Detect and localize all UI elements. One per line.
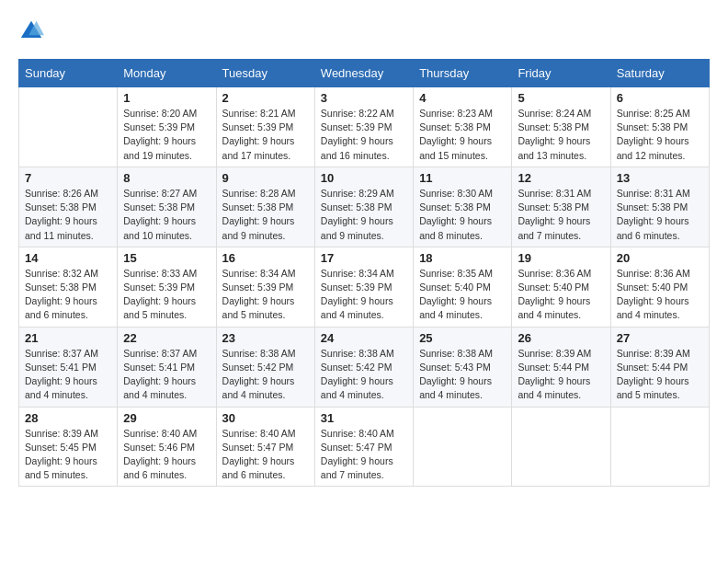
weekday-header-cell: Saturday	[610, 60, 709, 87]
day-number: 12	[518, 171, 604, 185]
calendar-day-cell: 14Sunrise: 8:32 AM Sunset: 5:38 PM Dayli…	[19, 247, 118, 327]
weekday-header-row: SundayMondayTuesdayWednesdayThursdayFrid…	[19, 60, 710, 87]
calendar-day-cell: 12Sunrise: 8:31 AM Sunset: 5:38 PM Dayli…	[512, 167, 610, 247]
calendar-day-cell: 3Sunrise: 8:22 AM Sunset: 5:39 PM Daylig…	[314, 87, 413, 167]
calendar-day-cell: 11Sunrise: 8:30 AM Sunset: 5:38 PM Dayli…	[414, 167, 512, 247]
day-info: Sunrise: 8:37 AM Sunset: 5:41 PM Dayligh…	[123, 347, 210, 403]
day-number: 4	[419, 91, 506, 105]
calendar-body: 1Sunrise: 8:20 AM Sunset: 5:39 PM Daylig…	[19, 87, 710, 487]
day-number: 11	[419, 171, 506, 185]
day-number: 27	[617, 331, 703, 345]
day-info: Sunrise: 8:39 AM Sunset: 5:44 PM Dayligh…	[617, 347, 703, 403]
calendar-week-row: 7Sunrise: 8:26 AM Sunset: 5:38 PM Daylig…	[19, 167, 710, 247]
day-info: Sunrise: 8:30 AM Sunset: 5:38 PM Dayligh…	[419, 187, 506, 243]
day-info: Sunrise: 8:31 AM Sunset: 5:38 PM Dayligh…	[617, 187, 703, 243]
day-number: 22	[123, 331, 210, 345]
calendar-day-cell: 20Sunrise: 8:36 AM Sunset: 5:40 PM Dayli…	[610, 247, 709, 327]
calendar-day-cell: 7Sunrise: 8:26 AM Sunset: 5:38 PM Daylig…	[19, 167, 118, 247]
day-number: 10	[321, 171, 407, 185]
calendar-day-cell: 28Sunrise: 8:39 AM Sunset: 5:45 PM Dayli…	[19, 407, 118, 487]
day-number: 17	[321, 251, 407, 265]
day-number: 16	[222, 251, 309, 265]
calendar-week-row: 14Sunrise: 8:32 AM Sunset: 5:38 PM Dayli…	[19, 247, 710, 327]
calendar-day-cell	[414, 407, 512, 487]
day-info: Sunrise: 8:25 AM Sunset: 5:38 PM Dayligh…	[617, 107, 703, 163]
day-info: Sunrise: 8:22 AM Sunset: 5:39 PM Dayligh…	[321, 107, 407, 163]
logo	[18, 18, 48, 44]
calendar-day-cell: 1Sunrise: 8:20 AM Sunset: 5:39 PM Daylig…	[118, 87, 216, 167]
day-info: Sunrise: 8:23 AM Sunset: 5:38 PM Dayligh…	[419, 107, 506, 163]
calendar-day-cell: 13Sunrise: 8:31 AM Sunset: 5:38 PM Dayli…	[610, 167, 709, 247]
day-info: Sunrise: 8:24 AM Sunset: 5:38 PM Dayligh…	[518, 107, 604, 163]
day-number: 25	[419, 331, 506, 345]
calendar-day-cell: 17Sunrise: 8:34 AM Sunset: 5:39 PM Dayli…	[314, 247, 413, 327]
day-info: Sunrise: 8:40 AM Sunset: 5:46 PM Dayligh…	[123, 427, 210, 483]
calendar-day-cell: 23Sunrise: 8:38 AM Sunset: 5:42 PM Dayli…	[216, 327, 314, 407]
calendar-day-cell: 25Sunrise: 8:38 AM Sunset: 5:43 PM Dayli…	[414, 327, 512, 407]
day-number: 24	[321, 331, 407, 345]
calendar-day-cell: 6Sunrise: 8:25 AM Sunset: 5:38 PM Daylig…	[610, 87, 709, 167]
weekday-header-cell: Tuesday	[216, 60, 314, 87]
day-info: Sunrise: 8:31 AM Sunset: 5:38 PM Dayligh…	[518, 187, 604, 243]
day-number: 9	[222, 171, 309, 185]
calendar-day-cell: 22Sunrise: 8:37 AM Sunset: 5:41 PM Dayli…	[118, 327, 216, 407]
calendar-day-cell: 30Sunrise: 8:40 AM Sunset: 5:47 PM Dayli…	[216, 407, 314, 487]
day-info: Sunrise: 8:39 AM Sunset: 5:45 PM Dayligh…	[25, 427, 111, 483]
calendar-day-cell: 2Sunrise: 8:21 AM Sunset: 5:39 PM Daylig…	[216, 87, 314, 167]
day-number: 20	[617, 251, 703, 265]
calendar-day-cell: 19Sunrise: 8:36 AM Sunset: 5:40 PM Dayli…	[512, 247, 610, 327]
day-number: 14	[25, 251, 111, 265]
day-info: Sunrise: 8:40 AM Sunset: 5:47 PM Dayligh…	[321, 427, 407, 483]
day-number: 31	[321, 411, 407, 425]
calendar-day-cell	[610, 407, 709, 487]
day-info: Sunrise: 8:35 AM Sunset: 5:40 PM Dayligh…	[419, 267, 506, 323]
calendar-day-cell: 31Sunrise: 8:40 AM Sunset: 5:47 PM Dayli…	[314, 407, 413, 487]
day-number: 5	[518, 91, 604, 105]
calendar-week-row: 21Sunrise: 8:37 AM Sunset: 5:41 PM Dayli…	[19, 327, 710, 407]
weekday-header-cell: Thursday	[414, 60, 512, 87]
day-info: Sunrise: 8:33 AM Sunset: 5:39 PM Dayligh…	[123, 267, 210, 323]
calendar-day-cell	[19, 87, 118, 167]
day-number: 29	[123, 411, 210, 425]
calendar-day-cell: 16Sunrise: 8:34 AM Sunset: 5:39 PM Dayli…	[216, 247, 314, 327]
day-info: Sunrise: 8:37 AM Sunset: 5:41 PM Dayligh…	[25, 347, 111, 403]
calendar-day-cell: 5Sunrise: 8:24 AM Sunset: 5:38 PM Daylig…	[512, 87, 610, 167]
day-number: 23	[222, 331, 309, 345]
day-number: 15	[123, 251, 210, 265]
calendar-day-cell: 8Sunrise: 8:27 AM Sunset: 5:38 PM Daylig…	[118, 167, 216, 247]
day-number: 18	[419, 251, 506, 265]
day-info: Sunrise: 8:26 AM Sunset: 5:38 PM Dayligh…	[25, 187, 111, 243]
day-number: 2	[222, 91, 309, 105]
weekday-header-cell: Monday	[118, 60, 216, 87]
day-info: Sunrise: 8:21 AM Sunset: 5:39 PM Dayligh…	[222, 107, 309, 163]
day-number: 19	[518, 251, 604, 265]
calendar-day-cell: 4Sunrise: 8:23 AM Sunset: 5:38 PM Daylig…	[414, 87, 512, 167]
day-info: Sunrise: 8:20 AM Sunset: 5:39 PM Dayligh…	[123, 107, 210, 163]
weekday-header-cell: Wednesday	[314, 60, 413, 87]
day-number: 21	[25, 331, 111, 345]
day-info: Sunrise: 8:39 AM Sunset: 5:44 PM Dayligh…	[518, 347, 604, 403]
day-info: Sunrise: 8:40 AM Sunset: 5:47 PM Dayligh…	[222, 427, 309, 483]
page-header	[18, 18, 710, 44]
day-info: Sunrise: 8:28 AM Sunset: 5:38 PM Dayligh…	[222, 187, 309, 243]
day-info: Sunrise: 8:38 AM Sunset: 5:42 PM Dayligh…	[222, 347, 309, 403]
day-number: 28	[25, 411, 111, 425]
day-number: 26	[518, 331, 604, 345]
day-info: Sunrise: 8:36 AM Sunset: 5:40 PM Dayligh…	[617, 267, 703, 323]
day-info: Sunrise: 8:38 AM Sunset: 5:43 PM Dayligh…	[419, 347, 506, 403]
day-number: 13	[617, 171, 703, 185]
day-info: Sunrise: 8:27 AM Sunset: 5:38 PM Dayligh…	[123, 187, 210, 243]
day-info: Sunrise: 8:38 AM Sunset: 5:42 PM Dayligh…	[321, 347, 407, 403]
calendar-week-row: 28Sunrise: 8:39 AM Sunset: 5:45 PM Dayli…	[19, 407, 710, 487]
day-number: 6	[617, 91, 703, 105]
calendar-day-cell: 15Sunrise: 8:33 AM Sunset: 5:39 PM Dayli…	[118, 247, 216, 327]
day-info: Sunrise: 8:29 AM Sunset: 5:38 PM Dayligh…	[321, 187, 407, 243]
day-info: Sunrise: 8:32 AM Sunset: 5:38 PM Dayligh…	[25, 267, 111, 323]
day-info: Sunrise: 8:36 AM Sunset: 5:40 PM Dayligh…	[518, 267, 604, 323]
day-number: 1	[123, 91, 210, 105]
calendar-table: SundayMondayTuesdayWednesdayThursdayFrid…	[18, 59, 710, 487]
day-number: 8	[123, 171, 210, 185]
calendar-day-cell: 21Sunrise: 8:37 AM Sunset: 5:41 PM Dayli…	[19, 327, 118, 407]
weekday-header-cell: Friday	[512, 60, 610, 87]
weekday-header-cell: Sunday	[19, 60, 118, 87]
